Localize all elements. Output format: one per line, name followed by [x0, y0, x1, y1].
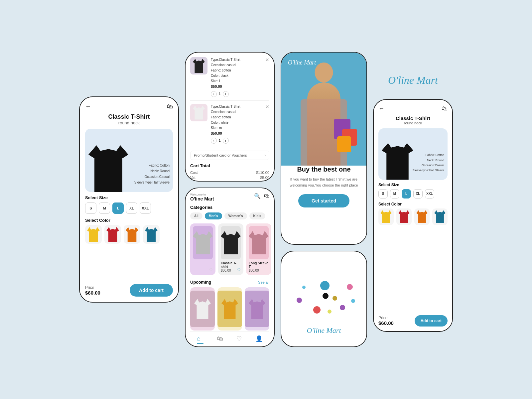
size-m[interactable]: M: [99, 202, 110, 214]
occasion-spec: Occasion:Casual: [134, 174, 170, 180]
cart-item-2: Type:Classic T-Shirt Occasion: casual Fa…: [190, 104, 269, 148]
shop-action-icons: 🔍 🛍: [254, 193, 269, 199]
upcoming-label: Upcoming: [190, 280, 211, 285]
dots-splash-area: [288, 263, 360, 323]
upcoming-card-1[interactable]: [190, 287, 215, 332]
upcoming-header: Upcoming See all: [190, 280, 269, 285]
color-teal: [145, 227, 158, 242]
color2-yellow-wrap[interactable]: [378, 208, 394, 225]
cart-item-1-info: Type:Classic T-Shirt Occasion: casual Fa…: [211, 57, 262, 97]
upcoming-card-3[interactable]: [245, 287, 269, 332]
get-started-button[interactable]: Get started: [298, 194, 349, 207]
color2-red: [398, 210, 410, 223]
color-teal-wrap[interactable]: [143, 225, 160, 244]
bottom-navigation: ⌂ 🛍 ♡ 👤: [190, 332, 269, 346]
color-yellow-wrap[interactable]: [85, 225, 102, 244]
tab-kids[interactable]: Kid's: [249, 212, 265, 219]
color2-red-wrap[interactable]: [396, 208, 412, 225]
wishlist-icon-2[interactable]: ♡: [237, 268, 241, 272]
tab-womens[interactable]: Women's: [224, 212, 247, 219]
size2-s[interactable]: S: [378, 189, 388, 199]
categories-label: Categories: [190, 205, 269, 210]
promo-label: Promo/Student card or Vouchers: [194, 153, 247, 157]
promo-row[interactable]: Promo/Student card or Vouchers ›: [190, 151, 269, 160]
tab-all[interactable]: All: [190, 212, 202, 219]
wishlist-icon-1[interactable]: ♡: [209, 268, 213, 272]
splash-dot: [328, 310, 332, 314]
fabric-spec: Fabric: Cotton: [134, 163, 170, 168]
shop-header: Welcome to O'line Mart 🔍 🛍: [190, 193, 269, 201]
remove-item-2[interactable]: ✕: [265, 104, 269, 109]
cart-item-2-image: [190, 104, 207, 121]
product-card-1[interactable]: ♡: [190, 223, 215, 275]
neck-spec-2: Neck: Round: [412, 158, 444, 163]
price-label: Price: [85, 285, 100, 290]
cart-item-1-price: $50.00: [211, 84, 262, 90]
upcoming-card-2[interactable]: [217, 287, 242, 332]
cart-icon-2[interactable]: 🛍: [442, 105, 448, 112]
nav-cart[interactable]: 🛍: [217, 335, 223, 344]
tshirt-image: [88, 145, 128, 192]
remove-item-1[interactable]: ✕: [265, 57, 269, 63]
product-card-2[interactable]: Classic T-shirt $60.00 ♡: [218, 223, 243, 275]
qty-increase-1[interactable]: ›: [223, 91, 229, 97]
cart-icon[interactable]: 🛍: [167, 103, 173, 110]
price-label-2: Price: [378, 316, 394, 320]
cart-item-1-qty: ‹ 1 ›: [211, 91, 262, 97]
back-button[interactable]: ←: [85, 103, 91, 110]
phone-cart: Type:Classic T-Shirt Occasion: casual Fa…: [185, 52, 275, 182]
color-red-wrap[interactable]: [104, 225, 121, 244]
cart-item-2-price: $50.00: [211, 131, 262, 137]
search-icon[interactable]: 🔍: [254, 193, 261, 199]
neck-spec: Neck: Round: [134, 168, 170, 174]
color2-orange: [416, 210, 428, 223]
product-specs: Fabric: Cotton Neck: Round Occasion:Casu…: [134, 163, 170, 185]
see-all-link[interactable]: See all: [258, 280, 269, 284]
phone1-header: ← 🛍: [85, 103, 173, 110]
nav-wishlist[interactable]: ♡: [236, 335, 242, 344]
color-orange-wrap[interactable]: [124, 225, 140, 244]
product-title: Classic T-Shirt: [85, 113, 173, 120]
color2-orange-wrap[interactable]: [414, 208, 430, 225]
size-options-2: S M L XL XXL: [378, 189, 448, 199]
splash-logo: O'line Mart: [307, 326, 341, 335]
qty-decrease-2[interactable]: ‹: [211, 138, 217, 144]
splash-dot: [313, 306, 321, 314]
size2-xl[interactable]: XL: [413, 189, 423, 199]
size-l[interactable]: L: [112, 202, 124, 214]
qty-decrease-1[interactable]: ‹: [211, 91, 217, 97]
back-button-2[interactable]: ←: [378, 105, 384, 112]
qty-increase-2[interactable]: ›: [223, 138, 229, 144]
cart-item-2-qty: ‹ 1 ›: [211, 138, 262, 144]
nav-home[interactable]: ⌂: [197, 335, 203, 344]
cost-row: Cost $110.00: [190, 171, 269, 175]
color2-teal-wrap[interactable]: [432, 208, 448, 225]
add-to-cart-button-2[interactable]: Add to cart: [415, 315, 448, 327]
price-value: $60.00: [85, 290, 100, 296]
nav-profile[interactable]: 👤: [255, 335, 263, 344]
splash-dot: [351, 299, 355, 303]
size2-l[interactable]: L: [402, 189, 411, 199]
size-xl[interactable]: XL: [126, 202, 137, 214]
phone-shop-browse: Welcome to O'line Mart 🔍 🛍 Categories Al…: [185, 188, 275, 347]
select-size-label-2: Select Size: [378, 183, 448, 187]
cart-item-1-image: [190, 57, 207, 74]
splash-dot: [297, 298, 302, 303]
product-card-3[interactable]: Long Sleeve T $50.00: [246, 223, 271, 275]
brand-logo-text: O'line Mart: [388, 74, 438, 86]
tab-mens[interactable]: Men's: [205, 212, 222, 219]
product-image: Fabric: Cotton Neck: Round Occasion:Casu…: [85, 129, 173, 192]
product-subtitle-2: round neck: [378, 121, 448, 125]
add-to-cart-button[interactable]: Add to cart: [130, 284, 173, 297]
sleeve-spec: Sleeve type:Half Sleeve: [134, 180, 170, 185]
vat-row: Vat $5.00: [190, 176, 269, 180]
size-s[interactable]: S: [85, 202, 96, 214]
size-xxl[interactable]: XXL: [140, 202, 151, 214]
price-row: Price $60.00 Add to cart: [85, 284, 173, 297]
upcoming-grid: [190, 287, 269, 332]
size2-xxl[interactable]: XXL: [425, 189, 434, 199]
cart-bag-icon[interactable]: 🛍: [264, 193, 269, 199]
size2-m[interactable]: M: [390, 189, 399, 199]
fabric-spec-2: Fabric: Cotton: [412, 153, 444, 158]
product-card-3-price: $50.00: [249, 269, 269, 272]
